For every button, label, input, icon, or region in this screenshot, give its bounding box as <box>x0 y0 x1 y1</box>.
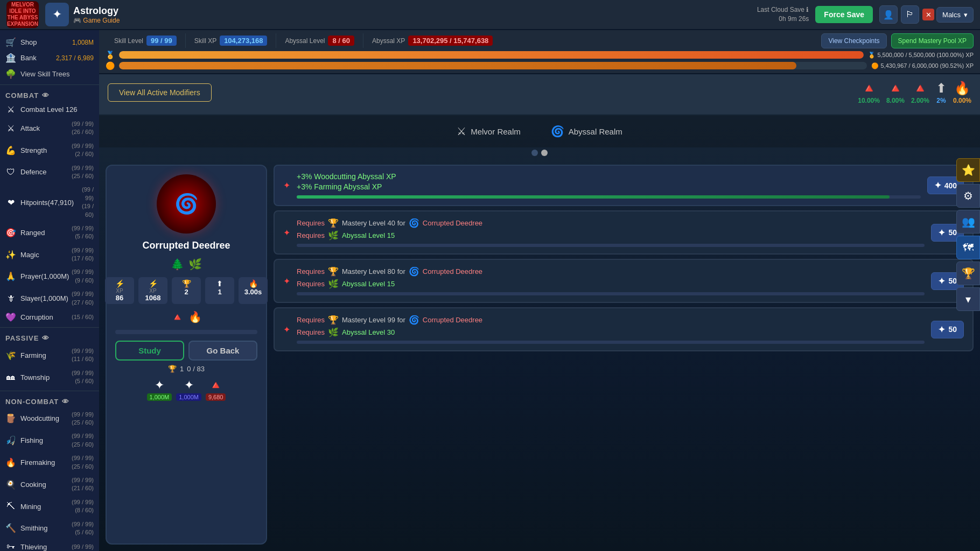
item-label: Mining <box>20 503 41 511</box>
sidebar-item-combat-level[interactable]: ⚔ Combat Level 126 <box>0 102 99 117</box>
req-label: Requires <box>297 219 325 227</box>
view-checkpoints-btn[interactable]: View Checkpoints <box>821 33 886 48</box>
sidebar-item-cooking[interactable]: 🍳 Cooking (99 / 99)(21 / 60) <box>0 474 99 496</box>
sidebar-item-defence[interactable]: 🛡 Defence (99 / 99)(25 / 60) <box>0 161 99 183</box>
side-btn-star[interactable]: ⭐ <box>956 158 980 182</box>
mastery-icon: 🏅 <box>106 51 115 59</box>
sidebar-item-woodcutting[interactable]: 🪵 Woodcutting (99 / 99)(25 / 60) <box>0 408 99 430</box>
req-monster-icon: 🌀 <box>409 315 419 325</box>
profile-icon-btn[interactable]: 👤 <box>879 5 898 24</box>
action-fire: 🔺 <box>171 310 184 323</box>
sidebar-item-hitpoints-47-910-[interactable]: ❤ Hitpoints(47,910) (99 / 99)(19 / 60) <box>0 183 99 222</box>
combat-level-label: Combat Level 126 <box>20 105 78 114</box>
sidebar-item-ranged[interactable]: 🎯 Ranged (99 / 99)(5 / 60) <box>0 222 99 244</box>
sidebar-item-magic[interactable]: ✨ Magic (99 / 99)(17 / 60) <box>0 244 99 266</box>
req-cost[interactable]: ✦ 50 <box>931 321 964 338</box>
req-cost-icon: ✦ <box>938 228 945 238</box>
mastery-count: 🏆 1 0 / 83 <box>168 365 205 373</box>
go-back-button[interactable]: Go Back <box>188 341 257 361</box>
passive-eye-icon: 👁 <box>42 334 50 342</box>
sidebar-item-bank[interactable]: 🏦 Bank 2,317 / 6,989 <box>0 50 99 66</box>
view-all-modifiers-btn[interactable]: View All Active Modifiers <box>108 83 212 102</box>
scroll-dot-1[interactable] <box>531 150 538 156</box>
shop-label: Shop <box>20 38 37 46</box>
side-btn-expand[interactable]: ▾ <box>956 287 980 311</box>
stat-trophy: 🏆 2 <box>172 277 201 304</box>
req-level-icon: 🌿 <box>328 279 339 289</box>
tag-plant: 🌿 <box>188 258 202 271</box>
reward-text: +3% Woodcutting Abyssal XP <box>297 172 921 181</box>
scroll-dot-2[interactable] <box>541 150 548 156</box>
sidebar-item-strength[interactable]: 💪 Strength (99 / 99)(2 / 60) <box>0 139 99 161</box>
item-label: Ranged <box>20 229 45 237</box>
item-label: Attack <box>20 124 40 132</box>
item-levels: (99 / 99)(11 / 60) <box>72 347 94 364</box>
abyssal-realm-tab[interactable]: 🌀 Abyssal Realm <box>542 122 631 141</box>
item-levels: (99 / 99)(25 / 60) <box>72 454 94 471</box>
skill-xp-label: Skill XP <box>194 37 216 45</box>
mod-icon-4: 🔥 0.00% <box>953 81 971 104</box>
item-levels: (99 / 99)(25 / 60) <box>72 164 94 181</box>
sidebar-item-attack[interactable]: ⚔ Attack (99 / 99)(26 / 60) <box>0 117 99 139</box>
top-bar: MELVOR IDLE INTO THE ABYSS EXPANSION ✦ A… <box>0 0 980 30</box>
req-text: Mastery Level 40 for <box>342 219 405 227</box>
req-text: Mastery Level 99 for <box>342 316 405 324</box>
sidebar-item-corruption[interactable]: 💜 Corruption (15 / 60) <box>0 309 99 325</box>
bank-label: Bank <box>20 54 37 62</box>
bank-icon: 🏦 <box>5 53 16 63</box>
item-label: Township <box>20 373 50 382</box>
item-label: Slayer(1,000M) <box>20 294 68 302</box>
close-user-btn[interactable]: ✕ <box>922 9 934 20</box>
req-line-0: Requires 🏆 Mastery Level 80 for 🌀 Corrup… <box>297 266 925 277</box>
sidebar-item-skill-trees[interactable]: 🌳 View Skill Trees <box>0 66 99 82</box>
sidebar-item-shop[interactable]: 🛒 Shop 1,008M <box>0 34 99 50</box>
mod-icon-1: 🔺 8.00% <box>886 81 905 104</box>
game-guide-link[interactable]: 🎮 Game Guide <box>73 17 120 24</box>
sidebar-item-fishing[interactable]: 🎣 Fishing (99 / 99)(25 / 60) <box>0 429 99 451</box>
cloud-save-info: Last Cloud Save ℹ 0h 9m 26s <box>757 5 809 24</box>
item-label: Woodcutting <box>20 414 59 422</box>
req-level-icon: 🌿 <box>328 230 339 241</box>
sidebar-item-thieving[interactable]: 🗝 Thieving (99 / 99) <box>0 539 99 551</box>
combat-level-icon: ⚔ <box>5 104 16 115</box>
melvor-realm-tab[interactable]: ⚔ Melvor Realm <box>448 122 529 141</box>
sidebar-item-farming[interactable]: 🌾 Farming (99 / 99)(11 / 60) <box>0 344 99 366</box>
item-icon: 🗝 <box>5 542 16 551</box>
spend-mastery-btn[interactable]: Spend Mastery Pool XP <box>891 33 974 48</box>
tag-tree: 🌲 <box>171 258 184 271</box>
mod-icon-value: 8.00% <box>886 97 905 104</box>
flag-icon-btn[interactable]: 🏳 <box>901 5 919 24</box>
monster-actions-row: 🔺 🔥 <box>171 310 202 323</box>
sidebar-item-township[interactable]: 🏘 Township (99 / 99)(5 / 60) <box>0 366 99 388</box>
username-btn[interactable]: Malcs ▾ <box>936 7 974 23</box>
side-btn-map[interactable]: 🗺 <box>956 236 980 259</box>
item-icon: 🎣 <box>5 435 16 446</box>
req-star-icon: ✦ <box>283 276 290 286</box>
side-btn-trophy[interactable]: 🏆 <box>956 262 980 285</box>
skill-trees-label: View Skill Trees <box>20 70 70 78</box>
xp-bar-row2: 🟠 🟠 5,430,967 / 6,000,000 (90.52%) XP <box>106 61 974 70</box>
mastery-fraction: 0 / 83 <box>187 365 205 373</box>
reward-cost-icon: ✦ <box>934 180 941 190</box>
sidebar-item-slayer-1-000m-[interactable]: 🗡 Slayer(1,000M) (99 / 99)(27 / 60) <box>0 287 99 309</box>
sidebar-item-mining[interactable]: ⛏ Mining (99 / 99)(8 / 60) <box>0 496 99 518</box>
monster-image: 🌀 <box>157 174 216 234</box>
item-icon: 🏘 <box>5 372 16 382</box>
skill-name: Astrology <box>73 5 120 17</box>
force-save-button[interactable]: Force Save <box>815 6 873 23</box>
mastery-xp-text: 🏅 5,500,000 / 5,500,000 (100.00%) XP <box>868 52 974 59</box>
melvor-realm-label: Melvor Realm <box>471 127 521 136</box>
mod-icon-value: 0.00% <box>953 97 971 104</box>
req-monster-icon: 🌀 <box>409 218 419 228</box>
sidebar-item-prayer-1-000m-[interactable]: 🙏 Prayer(1,000M) (99 / 99)(9 / 60) <box>0 265 99 287</box>
item-label: Magic <box>20 251 39 259</box>
req-cost-icon: ✦ <box>938 324 945 335</box>
passive-section-header: PASSIVE 👁 <box>0 330 99 344</box>
side-btn-gear[interactable]: ⚙ <box>956 184 980 208</box>
item-icon: 🎯 <box>5 228 16 238</box>
study-button[interactable]: Study <box>115 341 184 361</box>
sidebar-item-firemaking[interactable]: 🔥 Firemaking (99 / 99)(25 / 60) <box>0 451 99 474</box>
item-icon: 💪 <box>5 145 16 156</box>
sidebar-item-smithing[interactable]: 🔨 Smithing (99 / 99)(5 / 60) <box>0 518 99 540</box>
side-btn-users[interactable]: 👥 <box>956 210 980 234</box>
